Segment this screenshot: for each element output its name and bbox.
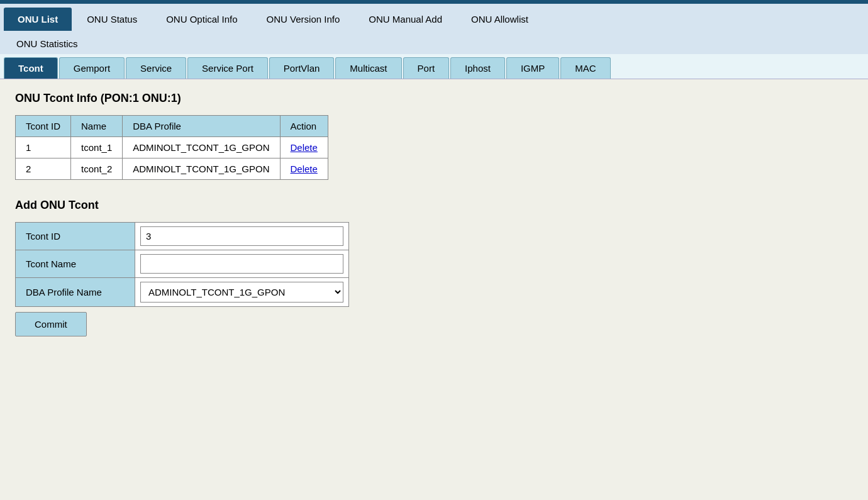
delete-link-2[interactable]: Delete bbox=[291, 164, 318, 174]
tab-tcont[interactable]: Tcont bbox=[4, 57, 58, 79]
col-header-name: Name bbox=[71, 116, 123, 137]
tab-onu-version-info[interactable]: ONU Version Info bbox=[253, 8, 354, 31]
secondary-tabs-container: Tcont Gemport Service Service Port PortV… bbox=[0, 54, 868, 79]
input-cell-dba-profile: ADMINOLT_TCONT_1G_GPON bbox=[135, 278, 349, 307]
cell-name-2: tcont_2 bbox=[71, 158, 123, 180]
tab-portvlan[interactable]: PortVlan bbox=[269, 57, 335, 79]
tab-service-port[interactable]: Service Port bbox=[187, 57, 268, 79]
main-tabs-container: ONU List ONU Status ONU Optical Info ONU… bbox=[0, 4, 868, 31]
add-title: Add ONU Tcont bbox=[15, 199, 853, 212]
tab-onu-list[interactable]: ONU List bbox=[4, 8, 72, 31]
tcont-info-table: Tcont ID Name DBA Profile Action 1 tcont… bbox=[15, 115, 328, 180]
cell-name-1: tcont_1 bbox=[71, 137, 123, 158]
tcont-id-input[interactable] bbox=[140, 226, 343, 246]
tab-service[interactable]: Service bbox=[126, 57, 186, 79]
delete-link-1[interactable]: Delete bbox=[291, 142, 318, 153]
col-header-tcont-id: Tcont ID bbox=[16, 116, 71, 137]
main-content: ONU Tcont Info (PON:1 ONU:1) Tcont ID Na… bbox=[0, 79, 868, 457]
cell-tcont-id-2: 2 bbox=[16, 158, 71, 180]
tab-onu-status[interactable]: ONU Status bbox=[73, 8, 151, 31]
tab-port[interactable]: Port bbox=[403, 57, 450, 79]
label-dba-profile: DBA Profile Name bbox=[16, 278, 135, 307]
cell-action-2: Delete bbox=[280, 158, 328, 180]
form-row-dba-profile: DBA Profile Name ADMINOLT_TCONT_1G_GPON bbox=[16, 278, 349, 307]
commit-button[interactable]: Commit bbox=[15, 312, 87, 336]
input-cell-tcont-id bbox=[135, 223, 349, 250]
tab-multicast[interactable]: Multicast bbox=[335, 57, 401, 79]
table-row: 2 tcont_2 ADMINOLT_TCONT_1G_GPON Delete bbox=[16, 158, 328, 180]
tab-gemport[interactable]: Gemport bbox=[59, 57, 125, 79]
tab-onu-allowlist[interactable]: ONU Allowlist bbox=[457, 8, 542, 31]
cell-action-1: Delete bbox=[280, 137, 328, 158]
sub-tabs-row: ONU Statistics bbox=[0, 31, 868, 54]
col-header-action: Action bbox=[280, 116, 328, 137]
cell-dba-1: ADMINOLT_TCONT_1G_GPON bbox=[123, 137, 280, 158]
tab-iphost[interactable]: Iphost bbox=[450, 57, 505, 79]
tab-onu-statistics[interactable]: ONU Statistics bbox=[4, 33, 91, 54]
cell-dba-2: ADMINOLT_TCONT_1G_GPON bbox=[123, 158, 280, 180]
col-header-dba-profile: DBA Profile bbox=[123, 116, 280, 137]
info-title: ONU Tcont Info (PON:1 ONU:1) bbox=[15, 92, 853, 105]
tab-onu-manual-add[interactable]: ONU Manual Add bbox=[355, 8, 456, 31]
add-form-table: Tcont ID Tcont Name DBA Profile Name ADM… bbox=[15, 222, 349, 307]
tcont-name-input[interactable] bbox=[140, 254, 343, 274]
table-row: 1 tcont_1 ADMINOLT_TCONT_1G_GPON Delete bbox=[16, 137, 328, 158]
tab-igmp[interactable]: IGMP bbox=[506, 57, 559, 79]
tab-onu-optical-info[interactable]: ONU Optical Info bbox=[152, 8, 251, 31]
input-cell-tcont-name bbox=[135, 250, 349, 278]
tab-mac[interactable]: MAC bbox=[560, 57, 610, 79]
dba-profile-select[interactable]: ADMINOLT_TCONT_1G_GPON bbox=[140, 282, 343, 303]
label-tcont-name: Tcont Name bbox=[16, 250, 135, 278]
form-row-tcont-name: Tcont Name bbox=[16, 250, 349, 278]
cell-tcont-id-1: 1 bbox=[16, 137, 71, 158]
form-row-tcont-id: Tcont ID bbox=[16, 223, 349, 250]
label-tcont-id: Tcont ID bbox=[16, 223, 135, 250]
